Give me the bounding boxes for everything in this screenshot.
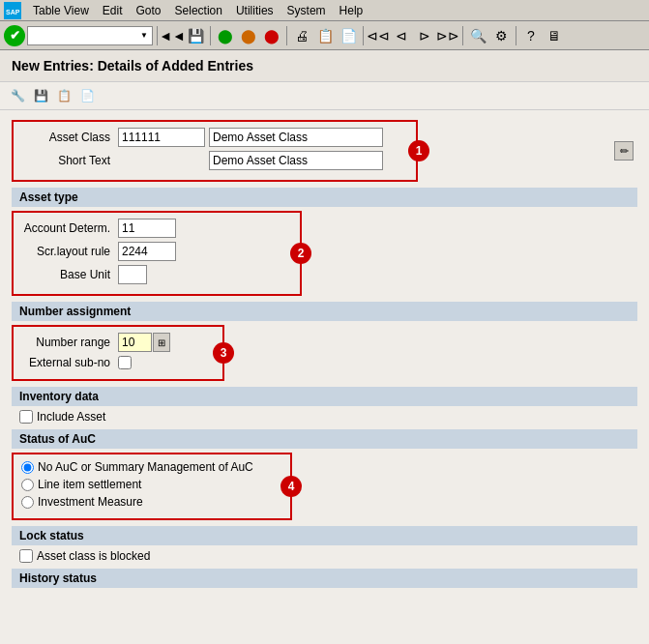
- shortcut-button-1[interactable]: ⬤: [215, 25, 236, 46]
- radio-line-item-label: Line item settlement: [38, 478, 141, 491]
- scr-layout-input[interactable]: [118, 242, 176, 261]
- include-asset-checkbox[interactable]: [19, 410, 33, 424]
- radio-investment-row: Investment Measure: [21, 495, 282, 509]
- base-unit-input[interactable]: [118, 265, 147, 284]
- menu-table-view[interactable]: Table View: [27, 2, 95, 19]
- number-range-row: Number range ⊞: [21, 333, 215, 352]
- badge-2: 2: [290, 243, 311, 264]
- save-button[interactable]: 💾: [185, 25, 206, 46]
- external-subno-checkbox[interactable]: [118, 356, 132, 369]
- section-number-assignment: Number assignment: [12, 302, 637, 321]
- radio-no-auc-label: No AuC or Summary Management of AuC: [38, 460, 253, 474]
- badge-3: 3: [213, 342, 234, 364]
- short-text-row: Short Text: [21, 151, 408, 170]
- external-subno-row: External sub-no: [21, 356, 215, 369]
- find-button[interactable]: 🔍: [467, 25, 488, 46]
- settings-button[interactable]: ⚙: [490, 25, 512, 46]
- number-range-input[interactable]: [118, 333, 152, 352]
- menu-edit[interactable]: Edit: [97, 2, 129, 19]
- nav-next[interactable]: ⊳: [414, 25, 435, 46]
- radio-line-item-row: Line item settlement: [21, 478, 282, 491]
- separator-1: [157, 26, 158, 45]
- account-determ-label: Account Determ.: [21, 221, 118, 235]
- section-asset-type: Asset type: [12, 188, 637, 207]
- number-range-label: Number range: [21, 336, 118, 349]
- separator-6: [516, 26, 516, 45]
- number-range-lookup-button[interactable]: ⊞: [153, 333, 170, 352]
- short-text-label: Short Text: [21, 154, 118, 167]
- asset-class-code-input[interactable]: [118, 128, 205, 147]
- shortcut-button-3[interactable]: ⬤: [261, 25, 282, 46]
- nav-back-button[interactable]: ◄◄: [162, 25, 183, 46]
- short-text-input[interactable]: [209, 151, 383, 170]
- radio-no-auc-row: No AuC or Summary Management of AuC: [21, 460, 282, 474]
- menu-selection[interactable]: Selection: [169, 2, 228, 19]
- section-auc: Status of AuC: [12, 429, 637, 449]
- print-button[interactable]: 🖨: [291, 25, 312, 46]
- menu-bar: SAP Table View Edit Goto Selection Utili…: [0, 0, 649, 21]
- separator-4: [363, 26, 364, 45]
- sap-logo: SAP: [4, 2, 21, 19]
- include-asset-label: Include Asset: [37, 410, 105, 424]
- copy-button[interactable]: 📋: [314, 25, 336, 46]
- scr-layout-row: Scr.layout rule: [21, 242, 292, 261]
- sub-toolbar-btn-1[interactable]: 🔧: [8, 86, 27, 105]
- sub-toolbar: 🔧 💾 📋 📄: [0, 82, 649, 110]
- badge-1: 1: [408, 140, 429, 161]
- include-asset-row: Include Asset: [12, 410, 637, 424]
- base-unit-row: Base Unit: [21, 265, 292, 284]
- command-dropdown[interactable]: ▼: [27, 26, 153, 45]
- asset-class-row: Asset Class: [21, 128, 408, 147]
- main-content: New Entries: Details of Added Entries 🔧 …: [0, 50, 649, 644]
- asset-class-label: Asset Class: [21, 131, 118, 144]
- menu-utilities[interactable]: Utilities: [230, 2, 280, 19]
- separator-2: [210, 26, 211, 45]
- nav-prev[interactable]: ⊲: [391, 25, 412, 46]
- shortcut-button-2[interactable]: ⬤: [238, 25, 259, 46]
- separator-5: [462, 26, 463, 45]
- sub-toolbar-btn-3[interactable]: 📋: [54, 86, 74, 105]
- account-determ-input[interactable]: [118, 219, 176, 238]
- menu-system[interactable]: System: [281, 2, 332, 19]
- help-button[interactable]: ?: [520, 25, 542, 46]
- sub-toolbar-btn-4[interactable]: 📄: [77, 86, 97, 105]
- asset-blocked-checkbox[interactable]: [19, 549, 33, 563]
- monitor-button[interactable]: 🖥: [544, 25, 565, 46]
- account-determ-row: Account Determ.: [21, 219, 292, 238]
- scr-layout-label: Scr.layout rule: [21, 245, 118, 258]
- edit-icon-button[interactable]: ✏: [614, 141, 634, 161]
- section-inventory: Inventory data: [12, 387, 637, 406]
- badge-4: 4: [280, 476, 302, 497]
- sub-toolbar-btn-2[interactable]: 💾: [31, 86, 50, 105]
- asset-blocked-label: Asset class is blocked: [37, 549, 150, 563]
- radio-no-auc[interactable]: [21, 461, 34, 474]
- toolbar: ✔ ▼ ◄◄ 💾 ⬤ ⬤ ⬤ 🖨 📋 📄 ⊲⊲ ⊲ ⊳ ⊳⊳ 🔍 ⚙ ? 🖥: [0, 21, 649, 50]
- radio-investment[interactable]: [21, 496, 34, 509]
- chevron-down-icon: ▼: [140, 31, 148, 40]
- external-subno-label: External sub-no: [21, 356, 118, 369]
- menu-help[interactable]: Help: [334, 2, 369, 19]
- base-unit-label: Base Unit: [21, 268, 118, 281]
- svg-text:SAP: SAP: [6, 9, 20, 15]
- menu-goto[interactable]: Goto: [131, 2, 167, 19]
- green-check-button[interactable]: ✔: [4, 25, 25, 46]
- nav-last[interactable]: ⊳⊳: [437, 25, 458, 46]
- radio-investment-label: Investment Measure: [38, 495, 143, 509]
- radio-line-item[interactable]: [21, 479, 34, 491]
- number-range-wrapper: ⊞: [118, 333, 170, 352]
- separator-3: [286, 26, 287, 45]
- paste-button[interactable]: 📄: [338, 25, 359, 46]
- asset-class-name-input[interactable]: [209, 128, 383, 147]
- section-history: History status: [12, 569, 637, 588]
- asset-blocked-row: Asset class is blocked: [12, 549, 637, 563]
- form-area: Asset Class Short Text 1 ✏ Asset type: [0, 110, 649, 598]
- nav-first[interactable]: ⊲⊲: [368, 25, 389, 46]
- section-lock: Lock status: [12, 526, 637, 545]
- page-title: New Entries: Details of Added Entries: [0, 50, 649, 82]
